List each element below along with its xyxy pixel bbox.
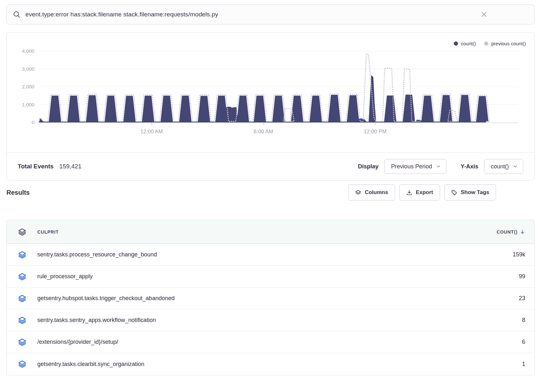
chart-controls: Display Previous Period Y-Axis count() <box>358 159 523 174</box>
culprit-cell[interactable]: sentry.tasks.process_resource_change_bou… <box>37 251 451 258</box>
culprit-cell[interactable]: getsentry.hubspot.tasks.trigger_checkout… <box>37 295 451 302</box>
x-axis-tick-label: 12:00 PM <box>364 129 387 134</box>
sort-desc-icon <box>520 229 525 235</box>
count-cell: 1 <box>451 361 534 368</box>
y-axis-dropdown-value: count() <box>491 163 509 170</box>
stack-layers-icon[interactable] <box>7 360 37 368</box>
display-dropdown-value: Previous Period <box>391 163 432 170</box>
stack-layers-icon[interactable] <box>7 228 37 236</box>
table-body: sentry.tasks.process_resource_change_bou… <box>7 244 534 375</box>
column-header-count[interactable]: COUNT() <box>451 229 534 235</box>
count-cell: 99 <box>451 273 534 280</box>
legend-label: previous count() <box>491 41 526 46</box>
x-axis-tick-label: 6:00 AM <box>254 129 273 134</box>
chart-legend: count() previous count() <box>454 41 526 46</box>
layers-icon <box>355 190 361 196</box>
table-row[interactable]: getsentry.hubspot.tasks.trigger_checkout… <box>7 288 534 309</box>
clear-search-icon[interactable] <box>481 11 488 18</box>
table-row[interactable]: /extensions/{provider_id}/setup/ 6 <box>7 331 534 353</box>
columns-button[interactable]: Columns <box>348 184 395 200</box>
total-events-label: Total Events <box>18 163 54 170</box>
count-cell: 159k <box>451 251 534 258</box>
table-row[interactable]: rule_processor_apply 99 <box>7 266 534 288</box>
results-table: CULPRIT COUNT() sentry.tasks.process_res… <box>6 220 535 375</box>
legend-label: count() <box>461 41 476 46</box>
export-button-label: Export <box>416 189 433 196</box>
previous-count-series-dot-icon <box>484 41 488 46</box>
y-axis-tick-label: 2,000 <box>22 84 34 89</box>
legend-item-previous-count[interactable]: previous count() <box>484 41 526 46</box>
table-row[interactable]: sentry.tasks.sentry_apps.workflow_notifi… <box>7 309 534 331</box>
stack-layers-icon[interactable] <box>7 338 37 346</box>
y-axis-tick-label: 3,000 <box>22 66 34 72</box>
total-events-value: 159,421 <box>60 163 82 170</box>
culprit-cell[interactable]: sentry.tasks.sentry_apps.workflow_notifi… <box>37 317 451 324</box>
table-row[interactable]: sentry.tasks.process_resource_change_bou… <box>7 244 534 266</box>
chevron-down-icon <box>513 164 518 169</box>
download-icon <box>406 190 412 196</box>
stack-layers-icon[interactable] <box>7 316 37 325</box>
x-axis-tick-label: 12:00 AM <box>141 129 163 134</box>
show-tags-button-label: Show Tags <box>461 189 489 196</box>
events-chart[interactable]: 01,0002,0003,0004,00012:00 AM6:00 AM12:0… <box>7 32 534 138</box>
culprit-cell[interactable]: rule_processor_apply <box>37 273 451 280</box>
chevron-down-icon <box>436 164 441 169</box>
count-cell: 8 <box>451 317 534 324</box>
export-button[interactable]: Export <box>399 184 440 200</box>
culprit-cell[interactable]: getsentry.tasks.clearbit.sync_organizati… <box>37 361 451 368</box>
results-header-row: Results Columns Export Show Tags <box>6 184 535 200</box>
count-cell: 23 <box>451 295 534 302</box>
column-header-culprit[interactable]: CULPRIT <box>37 229 451 235</box>
y-axis-tick-label: 4,000 <box>22 48 34 54</box>
chart-footer: Total Events 159,421 Display Previous Pe… <box>7 152 534 180</box>
y-axis-tick-label: 0 <box>32 120 34 125</box>
table-header-row: CULPRIT COUNT() <box>7 220 534 244</box>
display-label: Display <box>358 163 379 170</box>
total-events: Total Events 159,421 <box>18 163 81 170</box>
results-title: Results <box>6 189 30 196</box>
results-buttons: Columns Export Show Tags <box>348 184 496 200</box>
columns-button-label: Columns <box>365 189 388 196</box>
stack-layers-icon[interactable] <box>7 294 37 303</box>
search-icon <box>13 10 21 19</box>
count-series-dot-icon <box>454 41 458 46</box>
y-axis-tick-label: 1,000 <box>22 102 34 107</box>
culprit-cell[interactable]: /extensions/{provider_id}/setup/ <box>37 339 451 345</box>
search-bar[interactable]: event.type:error has:stack.filename stac… <box>6 4 535 24</box>
events-chart-panel: count() previous count() 01,0002,0003,00… <box>6 32 535 181</box>
y-axis-dropdown[interactable]: count() <box>484 159 523 174</box>
legend-item-count[interactable]: count() <box>454 41 476 46</box>
count-cell: 6 <box>451 339 534 345</box>
tag-icon <box>451 190 457 196</box>
table-row[interactable]: getsentry.tasks.clearbit.sync_organizati… <box>7 353 534 375</box>
stack-layers-icon[interactable] <box>7 251 37 259</box>
stack-layers-icon[interactable] <box>7 272 37 281</box>
display-dropdown[interactable]: Previous Period <box>384 159 446 174</box>
show-tags-button[interactable]: Show Tags <box>445 184 496 200</box>
search-input[interactable]: event.type:error has:stack.filename stac… <box>25 11 534 18</box>
y-axis-label: Y-Axis <box>461 163 478 170</box>
